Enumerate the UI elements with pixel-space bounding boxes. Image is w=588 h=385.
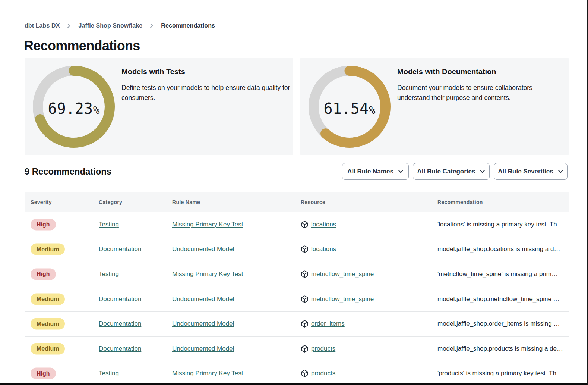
- table-row: MediumDocumentationUndocumented Modelloc…: [25, 237, 569, 262]
- filter-label: All Rule Names: [347, 168, 393, 175]
- table-row: HighTestingMissing Primary Key Testprodu…: [25, 361, 569, 385]
- recommendation-text: model.jaffle_shop.order_items is missing…: [437, 320, 569, 328]
- resource-link[interactable]: products: [311, 370, 335, 377]
- table-header: Severity Category Rule Name Resource Rec…: [25, 192, 569, 212]
- recommendation-text: model.jaffle_shop.metricflow_time_spine …: [437, 295, 569, 303]
- table-row: HighTestingMissing Primary Key Testmetri…: [25, 262, 569, 287]
- filter-label: All Rule Categories: [417, 168, 475, 175]
- column-header-category: Category: [99, 199, 122, 205]
- recommendation-text: model.jaffle_shop.locations is missing a…: [437, 245, 569, 253]
- rule-name-link[interactable]: Missing Primary Key Test: [172, 270, 243, 278]
- card-title: Models with Tests: [121, 68, 185, 76]
- chevron-down-icon: [558, 170, 563, 173]
- table-row: MediumDocumentationUndocumented Modelpro…: [25, 337, 569, 361]
- filter-label: All Rule Severities: [498, 168, 553, 175]
- recommendations-count-heading: 9 Recommendations: [25, 166, 111, 177]
- donut-chart-documentation: 61.54%: [309, 66, 391, 148]
- category-link[interactable]: Documentation: [99, 320, 141, 327]
- severity-badge: High: [31, 368, 56, 379]
- breadcrumb-project[interactable]: dbt Labs DX: [25, 22, 60, 29]
- column-header-severity: Severity: [31, 199, 52, 205]
- metric-card-models-with-tests: 69.23% Models with Tests Define tests on…: [25, 58, 293, 155]
- resource-link[interactable]: metricflow_time_spine: [311, 295, 374, 303]
- window-bottom-edge: [0, 383, 588, 385]
- table-row: HighTestingMissing Primary Key Testlocat…: [25, 212, 569, 237]
- chevron-down-icon: [480, 170, 485, 173]
- severity-badge: Medium: [31, 318, 65, 330]
- severity-badge: High: [31, 268, 56, 280]
- donut-unit: %: [93, 104, 99, 116]
- table-row: MediumDocumentationUndocumented Modelmet…: [25, 287, 569, 312]
- donut-percentage-label: 61.54%: [309, 101, 391, 116]
- donut-unit: %: [369, 104, 375, 116]
- table-body: HighTestingMissing Primary Key Testlocat…: [25, 212, 569, 385]
- rule-name-link[interactable]: Undocumented Model: [172, 320, 234, 327]
- resource-link[interactable]: locations: [311, 245, 336, 253]
- model-cube-icon: [301, 295, 309, 303]
- resource-link[interactable]: order_items: [311, 320, 345, 328]
- recommendations-table: Severity Category Rule Name Resource Rec…: [25, 192, 569, 385]
- category-link[interactable]: Testing: [99, 370, 119, 377]
- rule-name-link[interactable]: Missing Primary Key Test: [172, 370, 243, 377]
- model-cube-icon: [301, 270, 309, 278]
- column-header-rule-name: Rule Name: [172, 199, 200, 205]
- rule-name-link[interactable]: Undocumented Model: [172, 345, 234, 352]
- severity-badge: High: [31, 219, 56, 230]
- recommendation-text: 'metricflow_time_spine' is missing a pri…: [437, 270, 569, 278]
- severity-badge: Medium: [31, 293, 65, 305]
- donut-value: 69.23: [48, 100, 93, 117]
- column-header-recommendation: Recommendation: [437, 199, 483, 205]
- chevron-right-icon: [149, 23, 154, 28]
- rule-name-link[interactable]: Undocumented Model: [172, 295, 234, 303]
- category-link[interactable]: Documentation: [99, 245, 141, 253]
- model-cube-icon: [301, 369, 309, 378]
- model-cube-icon: [301, 320, 309, 328]
- severity-badge: Medium: [31, 343, 65, 354]
- column-header-resource: Resource: [301, 199, 325, 205]
- chevron-down-icon: [398, 170, 404, 173]
- model-cube-icon: [301, 245, 309, 253]
- category-link[interactable]: Documentation: [99, 295, 141, 303]
- table-row: MediumDocumentationUndocumented Modelord…: [25, 312, 569, 337]
- recommendation-text: 'locations' is missing a primary key tes…: [437, 221, 569, 228]
- donut-value: 61.54: [324, 100, 369, 117]
- resource-link[interactable]: metricflow_time_spine: [311, 270, 374, 278]
- donut-chart-tests: 69.23%: [33, 66, 115, 148]
- resource-link[interactable]: products: [311, 345, 335, 353]
- model-cube-icon: [301, 220, 309, 229]
- category-link[interactable]: Testing: [99, 270, 119, 278]
- recommendation-text: 'products' is missing a primary key test…: [437, 370, 569, 377]
- filter-rule-categories-dropdown[interactable]: All Rule Categories: [413, 163, 490, 180]
- category-link[interactable]: Testing: [99, 221, 119, 228]
- card-title: Models with Documentation: [397, 68, 496, 76]
- card-description: Document your models to ensure collabora…: [397, 83, 543, 103]
- breadcrumb-current-page: Recommendations: [161, 22, 215, 29]
- model-cube-icon: [301, 345, 309, 353]
- filter-rule-names-dropdown[interactable]: All Rule Names: [342, 163, 409, 180]
- severity-badge: Medium: [31, 244, 65, 255]
- breadcrumb: dbt Labs DX Jaffle Shop Snowflake Recomm…: [25, 22, 215, 29]
- filter-rule-severities-dropdown[interactable]: All Rule Severities: [494, 163, 568, 180]
- recommendation-text: model.jaffle_shop.products is missing a …: [437, 345, 569, 353]
- category-link[interactable]: Documentation: [99, 345, 141, 352]
- chevron-right-icon: [67, 23, 71, 28]
- breadcrumb-environment[interactable]: Jaffle Shop Snowflake: [78, 22, 142, 29]
- donut-percentage-label: 69.23%: [33, 101, 115, 116]
- left-divider: [5, 0, 5, 383]
- metric-card-models-with-documentation: 61.54% Models with Documentation Documen…: [300, 58, 569, 155]
- rule-name-link[interactable]: Missing Primary Key Test: [172, 221, 243, 228]
- rule-name-link[interactable]: Undocumented Model: [172, 245, 234, 253]
- window-top-hairline: [0, 0, 588, 0]
- page-title: Recommendations: [24, 38, 140, 54]
- resource-link[interactable]: locations: [311, 221, 336, 228]
- card-description: Define tests on your models to help ensu…: [121, 83, 293, 103]
